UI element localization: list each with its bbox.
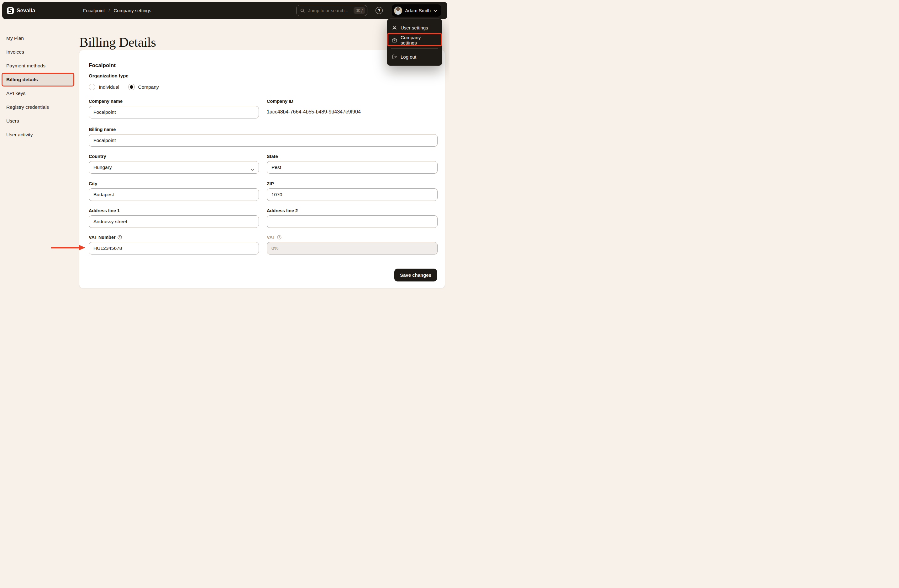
sidebar-item-user-activity[interactable]: User activity [0,128,79,142]
user-name: Adam Smith [405,8,431,13]
breadcrumb-project[interactable]: Focalpoint [83,8,105,13]
search-shortcut-badge: ⌘ / [354,7,365,14]
radio-label: Company [138,84,159,90]
user-dropdown-menu: User settings Company settings Log out [387,19,442,66]
state-input[interactable] [267,161,437,174]
sidebar-item-invoices[interactable]: Invoices [0,45,79,59]
sidebar-item-label: Registry credentials [6,104,49,110]
briefcase-icon [391,37,397,43]
radio-individual[interactable]: Individual [89,84,119,90]
menu-item-user-settings[interactable]: User settings [387,21,442,34]
company-name-input[interactable] [89,106,259,119]
company-heading: Focalpoint [89,62,116,69]
sidebar-item-label: My Plan [6,35,24,41]
address2-field-group: Address line 2 [267,208,437,228]
save-changes-button[interactable]: Save changes [394,269,437,281]
help-circle-icon[interactable]: ? [117,235,122,239]
sidebar-item-label: Billing details [6,77,38,82]
radio-label: Individual [99,84,119,90]
organization-type-label: Organization type [89,73,128,78]
help-icon[interactable]: ? [375,7,383,14]
sidebar-item-my-plan[interactable]: My Plan [0,31,79,45]
organization-type-radios: Individual Company [89,84,159,90]
breadcrumb: Focalpoint / Company settings [83,2,151,19]
company-name-field-group: Company name [89,99,259,119]
radio-circle-icon [89,84,95,90]
svg-text:?: ? [278,236,280,239]
sidebar-item-label: User activity [6,132,32,137]
chevron-down-icon [251,167,254,172]
city-input[interactable] [89,188,259,201]
chevron-down-icon [434,8,437,14]
menu-divider [391,48,438,49]
billing-details-card: Focalpoint Organization type Individual … [79,50,445,289]
vat-number-label: VAT Number [89,235,116,240]
address1-input[interactable] [89,215,259,228]
sidebar-item-label: API keys [6,91,25,96]
breadcrumb-separator: / [108,8,110,13]
billing-name-input[interactable] [89,134,437,147]
sevalla-logo-icon [7,7,14,14]
global-search[interactable]: ⌘ / [296,5,368,16]
sidebar-item-users[interactable]: Users [0,114,79,128]
state-label: State [267,154,437,159]
menu-item-company-settings[interactable]: Company settings [387,34,442,46]
billing-details-page: { "colors": { "annotation_red": "#ea4327… [0,0,450,294]
breadcrumb-page[interactable]: Company settings [113,8,151,13]
vat-field-group: VAT ? 0% [267,235,437,255]
sidebar-item-api-keys[interactable]: API keys [0,86,79,100]
logout-icon [391,54,397,60]
menu-item-label: Company settings [401,35,437,45]
country-select[interactable]: Hungary [89,161,259,174]
menu-item-label: Log out [401,54,416,60]
svg-text:?: ? [119,236,120,239]
address1-label: Address line 1 [89,208,259,213]
company-id-group: Company ID 1acc48b4-7664-4b55-b489-9d434… [267,99,437,115]
sidebar-item-label: Invoices [6,49,24,55]
address2-input[interactable] [267,215,437,228]
sidebar-item-label: Users [6,118,19,124]
company-id-label: Company ID [267,99,437,104]
radio-circle-icon [128,84,135,90]
company-id-value: 1acc48b4-7664-4b55-b489-9d4347e9f904 [267,109,437,115]
user-icon [391,25,397,31]
topbar: Sevalla Focalpoint / Company settings ⌘ … [2,2,447,19]
radio-company[interactable]: Company [128,84,159,90]
zip-input[interactable] [267,188,437,201]
city-label: City [89,181,259,186]
menu-item-log-out[interactable]: Log out [387,51,442,63]
sidebar: My Plan Invoices Payment methods Billing… [0,19,79,142]
company-name-label: Company name [89,99,259,104]
country-field-group: Country Hungary [89,154,259,174]
avatar [394,6,402,15]
address1-field-group: Address line 1 [89,208,259,228]
brand-name: Sevalla [17,8,35,14]
vat-number-input[interactable] [89,242,259,255]
sidebar-item-billing-details[interactable]: Billing details [0,73,79,86]
billing-name-label: Billing name [89,127,437,132]
billing-name-field-group: Billing name [89,127,437,147]
brand: Sevalla [7,2,35,19]
state-field-group: State [267,154,437,174]
address2-label: Address line 2 [267,208,437,213]
city-field-group: City [89,181,259,201]
menu-item-label: User settings [401,25,428,31]
search-icon [300,8,305,13]
zip-field-group: ZIP [267,181,437,201]
vat-rate-input: 0% [267,242,437,255]
sidebar-item-payment-methods[interactable]: Payment methods [0,59,79,73]
sidebar-item-registry-credentials[interactable]: Registry credentials [0,100,79,114]
country-label: Country [89,154,259,159]
page-title: Billing Details [79,34,156,50]
zip-label: ZIP [267,181,437,186]
vat-rate-value: 0% [272,245,278,251]
vat-number-field-group: VAT Number ? [89,235,259,255]
country-value: Hungary [93,165,112,170]
vat-label: VAT [267,235,275,240]
search-input[interactable] [307,8,351,14]
help-circle-icon[interactable]: ? [277,235,281,239]
sidebar-item-label: Payment methods [6,63,45,69]
user-menu-button[interactable]: Adam Smith [392,5,441,17]
